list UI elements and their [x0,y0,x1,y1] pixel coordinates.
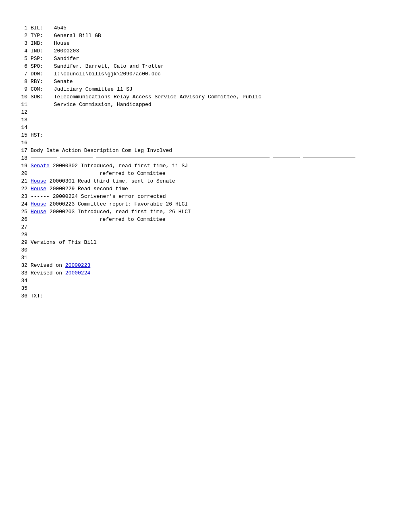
line-33: 33 Revised on 20000224 [16,269,395,277]
label-ind: IND: [31,47,51,55]
house-link-22[interactable]: House [31,186,46,192]
line-34: 34 [16,277,395,285]
value-typ: General Bill GB [54,33,101,39]
table-action-21: Read third time, sent to Senate [78,178,175,184]
line-num-7: 7 [16,70,27,78]
table-body-house-21[interactable]: House [31,178,50,184]
line-28: 28 [16,231,395,239]
value-ddn: l:\council\bills\gjk\20907ac00.doc [54,71,161,77]
table-body-house-22[interactable]: House [31,186,50,192]
line-36: 36 TXT: [16,292,395,300]
table-com-25: 26 HLCI [169,209,191,215]
value-ind: 20000203 [54,48,79,54]
line-num-6: 6 [16,62,27,70]
line-num-10: 10 [16,93,27,101]
line-num-1: 1 [16,24,27,32]
line-16: 16 [16,139,395,147]
value-rby: Senate [54,79,73,85]
revised-prefix-32: Revised on [31,262,65,268]
table-date-19: 20000302 [53,163,78,169]
house-link-21[interactable]: House [31,178,46,184]
line-1: 1 BIL: 4545 [16,24,395,32]
label-sub: SUB: [31,93,51,101]
line-14: 14 [16,124,395,131]
line-15: 15 HST: [16,131,395,139]
value-psp: Sandifer [54,56,79,62]
line-17: 17 Body Date Action Description Com Leg … [16,147,395,154]
line-7: 7 DDN: l:\council\bills\gjk\20907ac00.do… [16,70,395,78]
line-31: 31 [16,254,395,262]
line-9: 9 COM: Judiciary Committee 11 SJ [16,85,395,93]
line-num-2: 2 [16,32,27,39]
line-num-3: 3 [16,39,27,47]
line-26: 26 referred to Committee [16,216,395,223]
table-col-action: Action Description [62,148,118,154]
line-3: 3 INB: House [16,39,395,47]
label-inb: INB: [31,39,51,47]
line-27: 27 [16,223,395,231]
table-action-26-cont: referred to Committee [100,216,166,222]
line-18: 18 [16,154,395,162]
line-35: 35 [16,285,395,292]
table-body-house-25[interactable]: House [31,209,50,215]
line-24: 24 House 20000223 Committee report: Favo… [16,200,395,208]
line-11: 11 Service Commission, Handicapped [16,101,395,108]
revised-link-32[interactable]: 20000223 [65,262,90,268]
line-2: 2 TYP: General Bill GB [16,32,395,39]
table-action-22: Read second time [78,186,128,192]
table-action-19: Introduced, read first time, [81,163,169,169]
line-5: 5 PSP: Sandifer [16,55,395,62]
line-32: 32 Revised on 20000223 [16,262,395,269]
table-date-23: 20000224 [53,193,78,200]
line-6: 6 SPO: Sandifer, Barrett, Cato and Trott… [16,62,395,70]
label-typ: TYP: [31,32,51,39]
label-bil: BIL: [31,24,51,32]
table-body-house-24[interactable]: House [31,201,50,207]
label-com: COM: [31,85,51,93]
value-sub: Telecommunications Relay Access Service … [54,94,262,100]
table-action-23: Scrivener's error corrected [81,193,166,200]
line-20: 20 referred to Committee [16,170,395,177]
label-txt: TXT: [31,292,51,300]
table-col-com: Com [122,148,131,154]
table-action-25: Introduced, read first time, [78,209,166,215]
main-content: 1 BIL: 4545 2 TYP: General Bill GB 3 INB… [16,24,395,300]
senate-link[interactable]: Senate [31,163,50,169]
line-8: 8 RBY: Senate [16,78,395,85]
table-date-25: 20000203 [50,209,75,215]
line-30: 30 [16,246,395,254]
table-col-body: Body [31,148,43,154]
label-spo: SPO: [31,62,51,70]
table-col-date: Date [46,148,59,154]
line-num-4: 4 [16,47,27,55]
line-29: 29 Versions of This Bill [16,239,395,246]
line-4: 4 IND: 20000203 [16,47,395,55]
line-21: 21 House 20000301 Read third time, sent … [16,177,395,185]
value-sub-cont: Service Commission, Handicapped [54,102,152,108]
table-action-24: Committee report: Favorable [78,201,163,207]
house-link-25[interactable]: House [31,209,46,215]
line-13: 13 [16,116,395,124]
table-body-senate[interactable]: Senate [31,163,53,169]
revised-link-33[interactable]: 20000224 [65,270,90,276]
label-ddn: DDN: [31,70,51,78]
value-bil: 4545 [54,25,66,31]
label-psp: PSP: [31,55,51,62]
line-25: 25 House 20000203 Introduced, read first… [16,208,395,216]
line-10: 10 SUB: Telecommunications Relay Access … [16,93,395,101]
line-num-5: 5 [16,55,27,62]
table-col-leg: Leg Involved [135,148,172,154]
line-num-9: 9 [16,85,27,93]
table-action-20-cont: referred to Committee [100,170,166,177]
table-date-24: 20000223 [50,201,75,207]
line-num-11: 11 [16,101,27,108]
house-link-24[interactable]: House [31,201,46,207]
line-23: 23 ------ 20000224 Scrivener's error cor… [16,193,395,200]
line-num-8: 8 [16,78,27,85]
table-date-21: 20000301 [50,178,75,184]
label-hst: HST: [31,131,51,139]
table-body-23: ------ [31,193,50,200]
line-22: 22 House 20000229 Read second time [16,185,395,193]
value-spo: Sandifer, Barrett, Cato and Trotter [54,63,164,69]
line-12: 12 [16,108,395,116]
